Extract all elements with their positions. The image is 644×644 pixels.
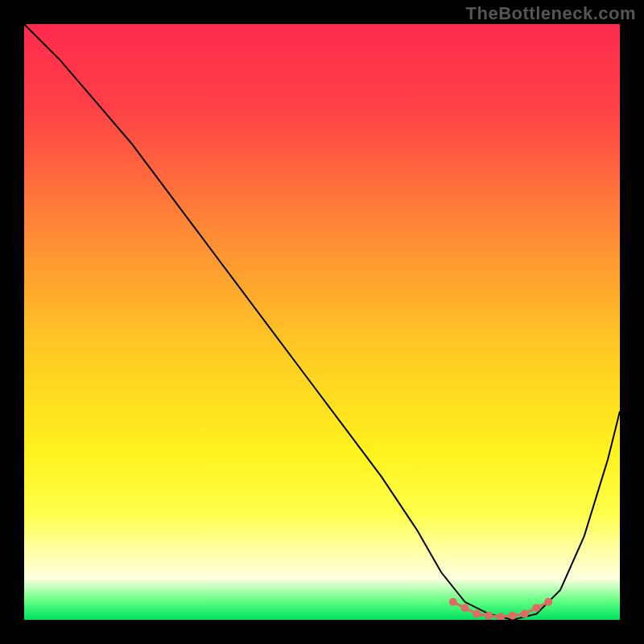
watermark-text: TheBottleneck.com: [466, 3, 636, 24]
chart-svg: [24, 24, 620, 620]
chart-area: [24, 24, 620, 620]
optimal-marker: [532, 604, 540, 612]
optimal-marker: [473, 610, 481, 618]
gradient-background: [24, 24, 620, 620]
optimal-marker: [449, 598, 457, 606]
optimal-marker: [485, 612, 493, 620]
optimal-marker: [544, 598, 552, 606]
optimal-marker: [461, 604, 469, 612]
optimal-marker: [521, 610, 529, 618]
optimal-marker: [509, 612, 517, 620]
